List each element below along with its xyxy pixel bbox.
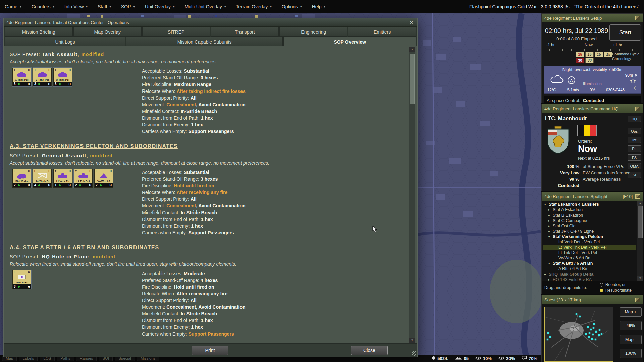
tree-item-staf-jpk-cie-9-ligne[interactable]: ▸Staf JPK Cie / 9 Ligne (543, 229, 636, 234)
tree-item-staf-ost-cie[interactable]: ▸Staf Ost Cie (543, 223, 636, 229)
menu-item-info-view[interactable]: Info View▾ (64, 4, 88, 9)
resize-grip[interactable] (412, 351, 416, 356)
sop-preset-separator: , (78, 52, 81, 57)
unit-counter-vwwrn-6[interactable]: LHVwWrn / 62H (94, 169, 113, 188)
tree-item-staf-eskadron-4-lansiers[interactable]: ▾Staf Eskadron 4 Lansiers (543, 202, 636, 207)
tree-item-staf-verkennings-peleton[interactable]: ▾Staf Verkennings Peleton (543, 234, 636, 239)
start-button[interactable]: Start (609, 24, 641, 41)
counter-row: TH1 Tank Pel3HTH2 Tank Pel3HTH3 Tank Pel… (9, 68, 142, 135)
tree-item-a-bttr-6-art-bn[interactable]: A Bttr / 6 Art Bn (543, 266, 636, 272)
menu-item-terrain-overlay[interactable]: Terrain Overlay▾ (236, 4, 271, 9)
counter-mobility: H (69, 82, 71, 86)
hq-button-int[interactable]: Int (628, 137, 641, 143)
counter-row: LHStaf A Bt3H (9, 270, 142, 337)
unit-counter-lt-verk-tn[interactable]: THLt Verk Tn1H (53, 169, 72, 188)
unit-counter-2-tank-pel[interactable]: TH2 Tank Pel3H (33, 68, 52, 86)
menu-item-counters[interactable]: Counters▾ (32, 4, 54, 9)
menu-item-help[interactable]: Help▾ (312, 4, 325, 9)
minimap-button-map[interactable]: Map - (620, 335, 642, 344)
drag-drop-option-reorder-or[interactable]: Reorder, or (600, 282, 632, 287)
tab-transport[interactable]: Transport (211, 27, 279, 37)
panel-corner-icon[interactable] (635, 298, 640, 302)
minimap-button-46[interactable]: 46% (620, 321, 642, 330)
tab-mission-capable-subunits[interactable]: Mission Capable Subunits (126, 37, 283, 47)
tree-item-lt-tnk-det-verk-pel[interactable]: Lt Tnk Det - Verk Pel (543, 250, 636, 255)
minimap[interactable] (544, 307, 613, 362)
scroll-thumb[interactable] (638, 206, 643, 238)
tree-item-staf-c-compagnie[interactable]: ▸Staf C Compagnie (543, 218, 636, 223)
tab-sitrep[interactable]: SITREP (142, 27, 210, 37)
tab-unit-logs[interactable]: Unit Logs (5, 37, 125, 47)
unit-counter-staf-verke[interactable]: LHStaf Verke2H (12, 169, 31, 188)
unit-counter-lt-tnk-det[interactable]: THLt Tnk Det2H (74, 169, 93, 188)
radio-icon[interactable] (600, 283, 603, 287)
hq-button-pl[interactable]: PL (628, 145, 641, 152)
hq-stat-row: 99 %Average Readiness (544, 176, 625, 182)
hq-button-ops[interactable]: Ops (628, 128, 641, 134)
hq-button-oma[interactable]: OMA (628, 163, 641, 169)
mouse-cursor (372, 225, 379, 234)
unit-counter-staf-a-bt[interactable]: LHStaf A Bt3H (12, 270, 31, 289)
unit-counter-inf-verk-d[interactable]: LHInf Verk D4H (33, 169, 52, 188)
command-cycle-timeline: -1 hr Now +1 hr 15151515 3030 Command Cy… (544, 43, 641, 64)
scroll-down-icon[interactable]: ▼ (409, 338, 415, 343)
menu-item-staff[interactable]: Staff▾ (98, 4, 111, 9)
tree-item-lt-verk-tnk-det-verk-pel[interactable]: Lt Verk Tnk Det - Verk Pel (543, 245, 636, 250)
tree-item-hq-143-field-bty-ra[interactable]: ▸HQ 143 Field Bty RA (543, 277, 636, 281)
menu-item-game[interactable]: Game▾ (5, 4, 21, 9)
command-cycle-box: 15 (576, 52, 584, 57)
dialog-scrollbar[interactable]: ▲ ▼ (409, 47, 415, 343)
chevron-down-icon: ▾ (173, 5, 175, 8)
tree-item-label: Staf Ost Cie (553, 223, 575, 229)
scroll-down-icon[interactable]: ▼ (637, 276, 643, 281)
tree-item-vwwrn-6-art-bn[interactable]: VwWrn / 6 Art Bn (543, 255, 636, 261)
close-button[interactable]: Close (351, 346, 388, 355)
sop-property-label: Acceptable Losses: (142, 68, 184, 74)
menu-item-multi-unit-overlay[interactable]: Multi-Unit Overlay▾ (185, 4, 226, 9)
dialog-title-bar[interactable]: 4de Regiment Lansiers Tactical Operation… (4, 18, 417, 27)
print-button[interactable]: Print (192, 346, 228, 355)
minimap-button-100[interactable]: 100% (620, 349, 642, 358)
hq-button-hq[interactable]: HQ (628, 116, 641, 122)
tab-engineering[interactable]: Engineering (279, 27, 347, 37)
tab-emitters[interactable]: Emitters (348, 27, 416, 37)
unit-counter-3-tank-pel[interactable]: TH3 Tank Pel3H (53, 68, 72, 86)
scroll-thumb[interactable] (410, 54, 415, 104)
menu-item-unit-overlay[interactable]: Unit Overlay▾ (145, 4, 175, 9)
close-icon[interactable]: ✕ (408, 20, 415, 25)
tree-item-staf-a-eskadron[interactable]: ▸Staf A Eskadron (543, 207, 636, 213)
tab-mission-briefing[interactable]: Mission Briefing (5, 27, 73, 37)
radio-icon[interactable] (600, 289, 603, 292)
sop-property-value: Support Passengers (188, 129, 234, 134)
drag-drop-option-resubordinate[interactable]: Resubordinate (600, 288, 632, 293)
tab-sop-overview[interactable]: SOP Overview (283, 37, 416, 47)
tree-item-shq-task-group-delta[interactable]: ▸SHQ Task Group Delta (543, 272, 636, 277)
command-hq-header: 4de Regiment Lansiers Command HQ (542, 104, 643, 113)
tree-item-inf-verk-det-verk-pel[interactable]: Inf Verk Det - Verk Pel (543, 239, 636, 245)
status-stat-10: 10% (475, 356, 492, 361)
tab-map-overlay[interactable]: Map Overlay (73, 27, 142, 37)
sop-section: SOP Preset: Tank Assault, modifiedAccept… (9, 52, 405, 135)
unit-counter-1-tank-pel[interactable]: TH1 Tank Pel3H (12, 68, 31, 86)
sop-property: Movement: Concealment, Avoid Contaminati… (142, 101, 405, 108)
panel-corner-icon[interactable] (635, 194, 640, 199)
tree-item-staf-a-bttr-6-art-bn[interactable]: ▾Staf A Bttr / 6 Art Bn (543, 261, 636, 266)
spotlight-scrollbar[interactable]: ▲ ▼ (637, 201, 643, 281)
spotlight-panel: 4de Regiment Lansiers Spotlight [F10] ▾S… (541, 192, 643, 294)
scroll-up-icon[interactable]: ▲ (409, 47, 415, 52)
night-period: 0303-0443 (606, 88, 625, 92)
scroll-up-icon[interactable]: ▲ (637, 201, 643, 206)
sop-property-label: Carriers when Empty: (142, 230, 188, 235)
sop-property-value: After receiving any fire (177, 291, 228, 296)
menu-item-options[interactable]: Options▾ (282, 4, 302, 9)
hq-button-fs[interactable]: FS (628, 154, 641, 161)
readiness-dot (18, 184, 20, 186)
counter-mobility: H (89, 184, 92, 187)
tree-item-staf-b-eskadron[interactable]: ▸Staf B Eskadron (543, 213, 636, 218)
counter-mobility: H (28, 184, 30, 187)
menu-item-sop[interactable]: SOP▾ (121, 4, 135, 9)
hq-stat-label: Average Readiness (583, 176, 621, 182)
minimap-button-map[interactable]: Map + (620, 307, 642, 317)
panel-corner-icon[interactable] (635, 107, 640, 111)
panel-corner-icon[interactable] (635, 16, 640, 20)
